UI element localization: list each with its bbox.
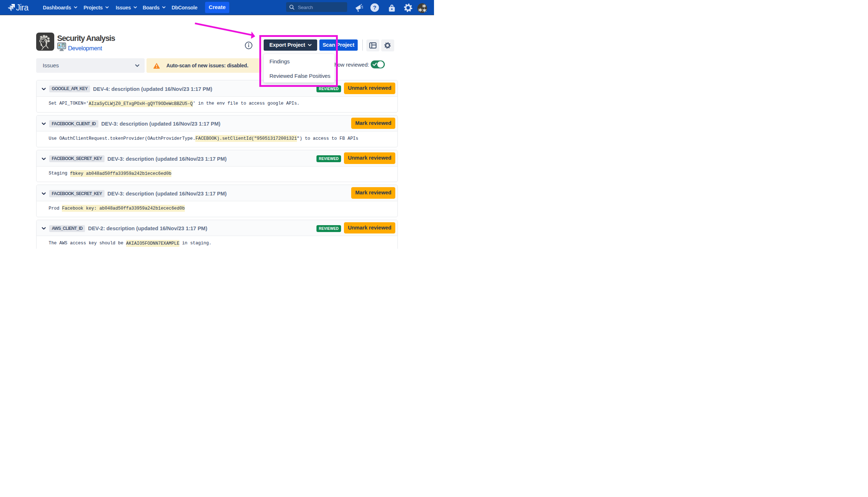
svg-text:?: ? [373, 5, 376, 11]
